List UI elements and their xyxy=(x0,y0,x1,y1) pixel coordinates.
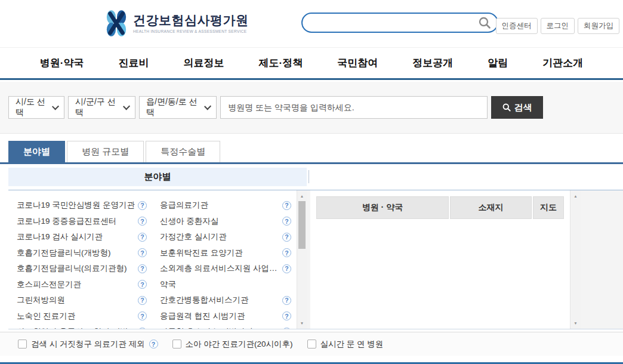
category-label: 호흡기전담클리닉(개방형) xyxy=(17,248,111,258)
nav-item[interactable]: 진료비 xyxy=(101,56,166,70)
checkbox[interactable] xyxy=(18,340,27,348)
category-item[interactable]: 간호간병통합서비스기관 xyxy=(160,292,291,309)
category-label: 응급원격 협진 시범기관 xyxy=(160,311,245,322)
help-icon[interactable] xyxy=(138,248,147,257)
sigungu-select[interactable]: 시/군/구 선택 xyxy=(68,96,135,119)
search-icon[interactable] xyxy=(478,16,491,29)
filter-checkbox-item[interactable]: 소아 야간 진료기관(20시이후) xyxy=(172,339,293,350)
checkbox-label: 실시간 문 연 병원 xyxy=(320,339,384,350)
category-item[interactable]: 호스피스전문기관 xyxy=(17,277,147,293)
scroll-down-icon[interactable] xyxy=(570,319,581,327)
category-item[interactable]: 소외계층 의료서비스지원 사업… xyxy=(160,261,291,277)
help-icon[interactable] xyxy=(138,328,147,329)
logo-title: 건강보험심사평가원 xyxy=(133,13,249,27)
category-label: 간호간병통합서비스기관 xyxy=(160,295,249,306)
search-icon xyxy=(502,103,511,112)
category-list-panel: 코로나19 국민안심병원 운영기관 코로나19 중증응급진료센터 코로나19 검… xyxy=(8,190,307,329)
category-column-1: 코로나19 국민안심병원 운영기관 코로나19 중증응급진료센터 코로나19 검… xyxy=(17,198,147,329)
help-icon[interactable] xyxy=(282,264,291,273)
nav-item[interactable]: 정보공개 xyxy=(395,56,470,70)
help-icon[interactable] xyxy=(138,233,147,242)
nav-item[interactable]: 국민참여 xyxy=(320,56,395,70)
panel-divider xyxy=(309,170,309,183)
help-icon[interactable] xyxy=(282,233,291,242)
help-icon[interactable] xyxy=(282,248,291,257)
help-icon[interactable] xyxy=(282,296,291,305)
results-table-header: 병원 · 약국 소재지 지도 xyxy=(316,196,564,219)
category-item[interactable]: 코로나19 검사 실시기관 xyxy=(17,229,147,245)
site-header: 건강보험심사평가원 HEALTH INSURANCE REVIEW & ASSE… xyxy=(0,0,623,48)
category-item[interactable]: 응급의료기관 xyxy=(160,198,291,214)
category-item[interactable]: 신생아 중환자실 xyxy=(160,214,291,230)
scroll-down-icon[interactable] xyxy=(297,319,307,327)
scrollbar-thumb[interactable] xyxy=(298,201,306,249)
help-icon[interactable] xyxy=(138,201,147,210)
help-icon[interactable] xyxy=(282,217,291,226)
keyword-input[interactable] xyxy=(220,96,488,119)
category-item[interactable]: 호흡기전담클리닉(개방형) xyxy=(17,245,147,261)
help-icon[interactable] xyxy=(138,296,147,305)
sido-select[interactable]: 시/도 선택 xyxy=(8,96,64,119)
help-icon[interactable] xyxy=(282,328,291,329)
category-item[interactable]: 호흡기전담클리닉(의료기관형) xyxy=(17,261,147,277)
category-item[interactable]: 코로나19 국민안심병원 운영기관 xyxy=(17,198,147,214)
nav-item[interactable]: 제도·정책 xyxy=(242,56,320,70)
category-label: 코로나19 중증응급진료센터 xyxy=(17,216,116,227)
results-scrollbar[interactable] xyxy=(570,190,581,329)
filter-checkbox-item[interactable]: 실시간 문 연 병원 xyxy=(307,339,384,350)
filter-checkbox-item[interactable]: 검색 시 거짓청구 의료기관 제외 xyxy=(18,339,158,350)
checkbox-label: 소아 야간 진료기관(20시이후) xyxy=(186,339,293,350)
category-item[interactable]: 그린처방의원 xyxy=(17,292,147,309)
help-icon[interactable] xyxy=(138,280,147,289)
main-nav: 병원·약국 진료비 의료정보 제도·정책 국민참여 정보공개 알림 기관소개 xyxy=(0,48,623,80)
help-icon[interactable] xyxy=(282,201,291,210)
utility-buttons: 인증센터 로그인 회원가입 xyxy=(496,18,620,34)
hira-logo-icon xyxy=(105,9,128,38)
category-item[interactable]: 약국 xyxy=(160,277,291,293)
utility-button[interactable]: 회원가입 xyxy=(578,18,619,34)
category-label: 응급의료기관 xyxy=(160,200,208,211)
global-search-input[interactable] xyxy=(312,17,478,28)
nav-item[interactable]: 의료정보 xyxy=(166,56,242,70)
chevron-down-icon xyxy=(123,103,130,110)
category-item[interactable]: 보훈위탁진료 요양기관 xyxy=(160,245,291,261)
category-item[interactable]: 응급원격 협진 시범기관 xyxy=(160,309,291,325)
nav-item[interactable]: 알림 xyxy=(470,56,525,70)
help-icon[interactable] xyxy=(138,264,147,273)
footer-filter-bar: 검색 시 거짓청구 의료기관 제외 소아 야간 진료기관(20시이후) 실시간 … xyxy=(0,332,623,356)
help-icon[interactable] xyxy=(138,311,147,320)
scroll-up-icon[interactable] xyxy=(297,192,307,200)
logo[interactable]: 건강보험심사평가원 HEALTH INSURANCE REVIEW & ASSE… xyxy=(105,9,249,38)
category-item[interactable]: 자문형 호스피스 시범기관 xyxy=(160,324,291,329)
category-label: 신생아 중환자실 xyxy=(160,216,218,227)
category-item[interactable]: 노숙인 진료기관 xyxy=(17,309,147,325)
checkbox[interactable] xyxy=(172,340,181,348)
tab[interactable]: 특정수술별 xyxy=(146,141,220,162)
category-tabs: 분야별 병원 규모별 특정수술별 xyxy=(8,141,220,162)
nav-item[interactable]: 병원·약국 xyxy=(23,56,101,70)
help-icon[interactable] xyxy=(138,217,147,226)
category-scrollbar[interactable] xyxy=(297,190,307,329)
tab[interactable]: 병원 규모별 xyxy=(67,141,144,162)
utility-button[interactable]: 인증센터 xyxy=(496,18,538,34)
chevron-down-icon xyxy=(52,103,59,110)
search-button[interactable]: 검색 xyxy=(491,96,543,119)
help-icon[interactable] xyxy=(149,340,158,348)
nav-item[interactable]: 기관소개 xyxy=(525,56,600,70)
scroll-up-icon[interactable] xyxy=(570,192,581,200)
category-column-2: 응급의료기관 신생아 중환자실 가정간호 실시기관 보훈위탁진료 요양기관 소외… xyxy=(160,198,291,329)
logo-subtitle: HEALTH INSURANCE REVIEW & ASSESSMENT SER… xyxy=(133,29,249,33)
category-item[interactable]: 가정간호 실시기관 xyxy=(160,229,291,245)
category-label: 가정간호 실시기관 xyxy=(160,232,227,242)
tab[interactable]: 분야별 xyxy=(8,141,65,162)
help-icon[interactable] xyxy=(282,311,291,320)
checkbox[interactable] xyxy=(307,340,316,348)
category-item[interactable]: 코로나19 중증응급진료센터 xyxy=(17,214,147,230)
dong-select[interactable]: 읍/면/동/로 선택 xyxy=(139,96,217,119)
category-label: 호스피스전문기관 xyxy=(17,279,81,290)
category-label: 약국 xyxy=(160,279,176,290)
category-item[interactable]: 의료취약지 응급의료 협진 시범 xyxy=(17,324,147,329)
category-panel-header: 분야별 xyxy=(8,168,307,186)
results-panel: 병원 · 약국 소재지 지도 xyxy=(307,190,623,329)
utility-button[interactable]: 로그인 xyxy=(541,18,575,34)
